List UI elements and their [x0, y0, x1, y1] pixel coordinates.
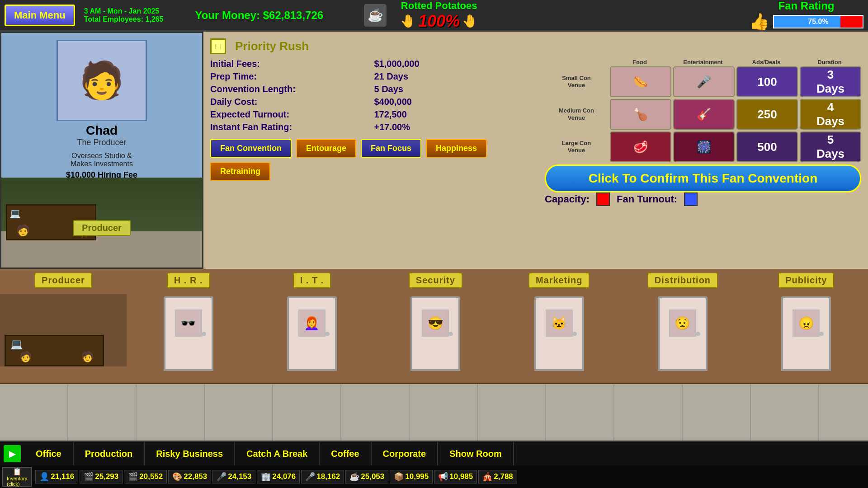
hr-dept-label: H . R . [167, 272, 210, 288]
character-title: The Producer [6, 138, 198, 147]
distribution-dept-label: Distribution [647, 272, 718, 288]
venue-header-row: Food Entertainment Ads/Deals Duration [545, 59, 861, 66]
stat-item-8: ☕ 25,053 [345, 470, 388, 483]
marketing-door-knob [572, 332, 577, 336]
it-door[interactable]: 👩‍🦰 [287, 296, 337, 371]
rotten-percent: 100% [418, 12, 460, 31]
distribution-door[interactable]: 😟 [658, 296, 708, 371]
tab-row: Fan Convention Entourage Fan Focus Happi… [210, 139, 538, 181]
venue-small-entertainment[interactable]: 🎤 [673, 66, 735, 97]
initial-fees-label: Initial Fees: [210, 59, 374, 69]
initial-fees-value: $1,000,000 [374, 59, 538, 69]
producer-label: Producer [73, 220, 131, 236]
tab-production[interactable]: Production [74, 442, 145, 465]
tab-coffee[interactable]: Coffee [320, 442, 371, 465]
tab-entourage[interactable]: Entourage [296, 139, 356, 158]
capacity-label: Capacity: [545, 193, 590, 205]
confirm-convention-button[interactable]: Click To Confirm This Fan Convention [545, 164, 861, 192]
venue-col-duration: Duration [798, 59, 861, 66]
security-door[interactable]: 😎 [410, 296, 460, 371]
tab-corporate[interactable]: Corporate [372, 442, 439, 465]
distribution-door-window: 😟 [669, 310, 696, 337]
stat-icon-10: 📢 [438, 472, 448, 482]
instant-fan-rating-label: Instant Fan Rating: [210, 122, 374, 132]
dept-security: Security 😎 [374, 269, 497, 384]
money-display: Your Money: $62,813,726 [195, 9, 323, 22]
publicity-door[interactable]: 😠 [781, 296, 831, 371]
security-dept-label: Security [409, 272, 462, 288]
producer-dept-label: Producer [34, 272, 92, 288]
stat-val-10: 10,985 [449, 472, 473, 481]
venue-large-ads[interactable]: 500 [736, 131, 798, 162]
venue-large-entertainment[interactable]: 🎆 [673, 131, 735, 162]
dept-hr: H . R . 🕶️ [127, 269, 250, 384]
venue-col-name [545, 59, 608, 66]
main-menu-button[interactable]: Main Menu [5, 5, 75, 26]
tab-show-room[interactable]: Show Room [438, 442, 514, 465]
tab-office[interactable]: Office [24, 442, 74, 465]
venue-small-duration[interactable]: 3 Days [800, 66, 861, 97]
instant-fan-rating-value: +17.00% [374, 122, 538, 132]
time-info: 3 AM - Mon - Jan 2025 Total Employees: 1… [84, 7, 164, 23]
priority-rush-label: Priority Rush [235, 39, 309, 53]
priority-rush-checkbox[interactable]: □ [210, 38, 226, 54]
character-panel: 🧑 Chad The Producer Oversees Studio & Ma… [0, 32, 203, 269]
tab-fan-convention[interactable]: Fan Convention [210, 139, 292, 158]
convention-details: Initial Fees: $1,000,000 Prep Time: 21 D… [210, 59, 538, 132]
play-area: ▶ [0, 445, 24, 462]
security-door-knob [448, 332, 453, 336]
stat-val-5: 24,153 [228, 472, 251, 481]
venue-medium-ads[interactable]: 250 [736, 99, 798, 130]
bottom-tabs: ▶ Office Production Risky Business Catch… [0, 441, 868, 465]
marketing-door-window: 🐱 [546, 310, 573, 337]
prep-time-value: 21 Days [374, 71, 538, 82]
coffee-icon: ☕ [364, 4, 387, 27]
character-name: Chad [6, 123, 198, 138]
stat-icon-9: 📦 [394, 472, 404, 482]
stat-val-9: 10,995 [405, 472, 429, 481]
venue-col-entertainment: Entertainment [671, 59, 735, 66]
distribution-door-knob [696, 332, 700, 336]
venue-large-food[interactable]: 🥩 [610, 131, 671, 162]
play-button[interactable]: ▶ [4, 445, 21, 462]
venue-small-name: Small Con Venue [545, 75, 608, 89]
stat-val-8: 25,053 [361, 472, 384, 481]
stat-icon-8: ☕ [349, 472, 359, 482]
publicity-door-window: 😠 [793, 310, 820, 337]
convention-left: Initial Fees: $1,000,000 Prep Time: 21 D… [210, 59, 538, 262]
venue-medium-food[interactable]: 🍗 [610, 99, 671, 130]
venue-small-food[interactable]: 🌭 [610, 66, 671, 97]
daily-cost-label: Daily Cost: [210, 97, 374, 107]
venue-row-small: Small Con Venue 🌭 🎤 100 [545, 66, 861, 97]
hr-door[interactable]: 🕶️ [164, 296, 213, 371]
tab-retraining[interactable]: Retraining [210, 162, 270, 181]
hr-door-knob [202, 332, 206, 336]
dept-it: I . T . 👩‍🦰 [250, 269, 373, 384]
fan-rating-bar-container: 👍 75.0% [749, 12, 863, 31]
thumbs-up-icon: 👍 [749, 12, 769, 31]
tab-risky-business[interactable]: Risky Business [145, 442, 235, 465]
venue-medium-entertainment[interactable]: 🎸 [673, 99, 735, 130]
conv-length-label: Convention Length: [210, 84, 374, 94]
inventory-button[interactable]: 📋 Inventory(click) [2, 467, 32, 487]
venue-small-ads[interactable]: 100 [736, 66, 798, 97]
expected-turnout-label: Expected Turnout: [210, 109, 374, 120]
hand-right-icon: 🤚 [462, 14, 478, 28]
it-door-window: 👩‍🦰 [298, 310, 326, 337]
tab-happiness[interactable]: Happiness [426, 139, 487, 158]
venue-medium-duration[interactable]: 4 Days [800, 99, 861, 130]
fan-rating-label: Fan Rating [778, 0, 835, 12]
marketing-door[interactable]: 🐱 [534, 296, 584, 371]
stat-item-4: 🎨 22,853 [168, 470, 211, 483]
security-door-window: 😎 [422, 310, 449, 337]
stat-item-3: 🎬 20,552 [124, 470, 167, 483]
stat-icon-7: 🎤 [305, 472, 315, 482]
venue-row-large: Large Con Venue 🥩 🎆 500 [545, 131, 861, 162]
venue-large-duration[interactable]: 5 Days [800, 131, 861, 162]
stat-item-5: 🎤 24,153 [212, 470, 255, 483]
venue-large-name: Large Con Venue [545, 140, 608, 154]
stat-item-6: 🏢 24,076 [257, 470, 300, 483]
tab-catch-a-break[interactable]: Catch A Break [235, 442, 320, 465]
office-floor [0, 384, 868, 441]
tab-fan-focus[interactable]: Fan Focus [361, 139, 421, 158]
